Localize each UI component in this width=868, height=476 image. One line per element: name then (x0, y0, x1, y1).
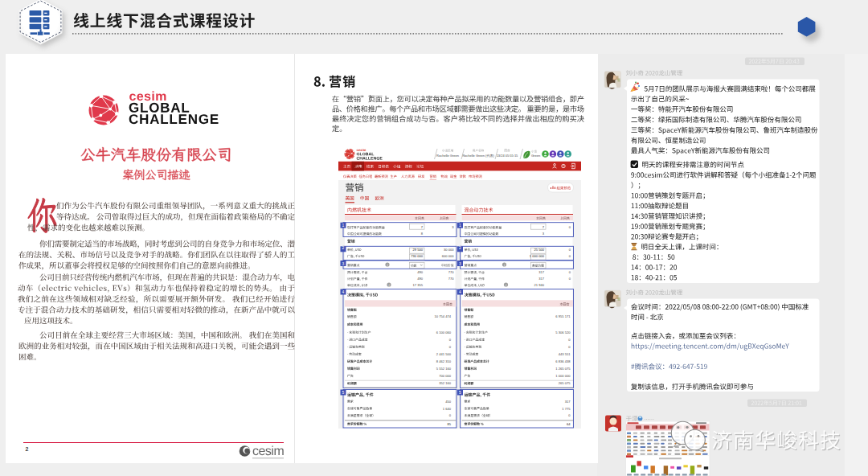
svg-text:21 940: 21 940 (534, 283, 544, 287)
svg-text:6 836 438: 6 836 438 (555, 359, 571, 363)
svg-text:5 552 160: 5 552 160 (436, 367, 452, 371)
svg-text:30 000: 30 000 (444, 248, 454, 252)
svg-text:64: 64 (567, 422, 571, 426)
svg-text:450: 450 (445, 400, 452, 404)
svg-text:730 000: 730 000 (411, 254, 424, 258)
svg-text:1 640: 1 640 (443, 407, 452, 411)
svg-text:1 265 075: 1 265 075 (555, 367, 571, 371)
svg-text:3: 3 (459, 261, 461, 266)
svg-text:4: 4 (342, 289, 345, 294)
svg-text:85: 85 (447, 422, 451, 426)
svg-text:Rochelle Green (代表): Rochelle Green (代表) (462, 154, 494, 158)
svg-text:317: 317 (565, 400, 571, 404)
svg-text:2 441 500: 2 441 500 (436, 352, 452, 356)
svg-text:8 462 310: 8 462 310 (436, 359, 452, 363)
svg-text:317: 317 (538, 277, 545, 281)
svg-text:1: 1 (342, 223, 345, 228)
svg-text:Green: Green (531, 154, 540, 158)
svg-text:1 000 000: 1 000 000 (555, 374, 571, 378)
svg-text:10 754 474: 10 754 474 (435, 314, 452, 318)
svg-text:2: 2 (459, 245, 461, 250)
svg-text:1 775: 1 775 (562, 407, 571, 411)
svg-text:600 000: 600 000 (442, 254, 455, 258)
svg-text:Rochelle Green: Rochelle Green (436, 154, 459, 158)
svg-text:2: 2 (26, 446, 29, 452)
svg-text:490: 490 (417, 277, 424, 281)
svg-text:5: 5 (342, 390, 345, 395)
svg-text:6 100 060: 6 100 060 (436, 330, 452, 334)
svg-text:2: 2 (342, 245, 345, 250)
svg-text:770: 770 (448, 270, 455, 274)
svg-text:1: 1 (459, 223, 461, 228)
svg-text:4: 4 (459, 289, 461, 294)
svg-text:317: 317 (538, 270, 545, 274)
svg-text:3: 3 (342, 261, 345, 266)
svg-text:490: 490 (417, 270, 424, 274)
svg-text:700 000: 700 000 (439, 374, 452, 378)
svg-text:?: ? (563, 165, 564, 168)
svg-text:17 355: 17 355 (412, 283, 423, 287)
svg-text:13/24 05:55:15: 13/24 05:55:15 (497, 154, 518, 158)
svg-text:6 955 171: 6 955 171 (555, 314, 571, 318)
svg-text:1 000 000: 1 000 000 (530, 254, 545, 258)
svg-text:770: 770 (448, 277, 455, 281)
svg-text:5 306 520: 5 306 520 (555, 330, 571, 334)
svg-text:25 500: 25 500 (534, 248, 544, 252)
svg-text:5: 5 (459, 390, 461, 395)
svg-text:352 160: 352 160 (439, 381, 452, 385)
svg-text:443 551: 443 551 (559, 352, 571, 356)
svg-text:29 500: 29 500 (412, 248, 423, 252)
svg-text:265 075: 265 075 (559, 381, 571, 385)
